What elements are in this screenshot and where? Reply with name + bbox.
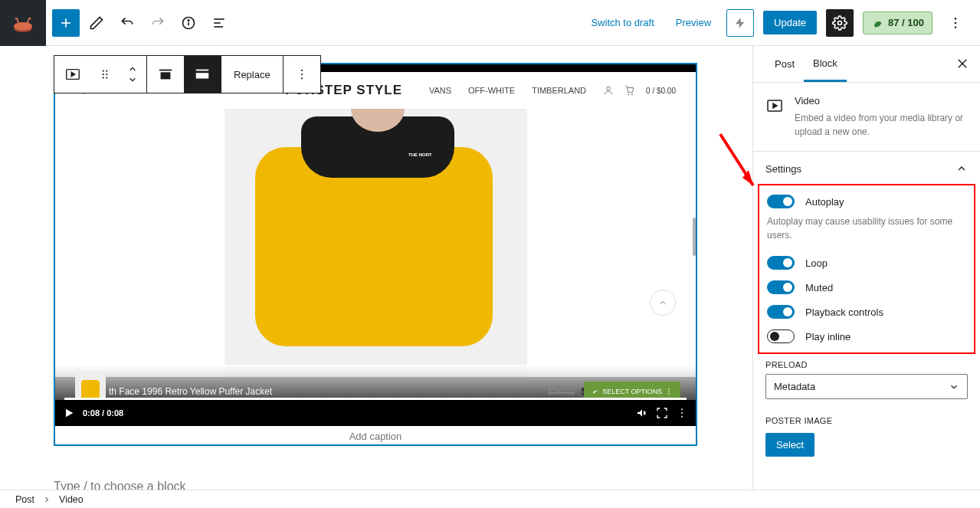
svg-point-29 [301,77,303,79]
svg-point-32 [607,87,611,90]
svg-rect-23 [162,73,170,78]
tab-post[interactable]: Post [765,48,804,80]
loop-label: Loop [805,257,828,269]
svg-point-10 [838,21,842,25]
close-sidebar-button[interactable] [955,57,969,70]
poster-image-label: POSTER IMAGE [765,416,968,425]
svg-point-17 [106,70,107,71]
nav-link: OFF-WHITE [468,86,515,95]
select-poster-button[interactable]: Select [765,433,814,457]
playback-controls-label: Playback controls [805,306,883,318]
update-button[interactable]: Update [763,11,817,34]
nav-link: TIMBERLAND [532,86,586,95]
svg-point-20 [103,77,104,78]
play-inline-toggle[interactable] [767,329,795,343]
editor-canvas[interactable]: Replace AIR JORDAN YEEZY AIR FORCE 1 [0,46,752,491]
settings-button[interactable] [826,9,854,37]
autoplay-label: Autoplay [805,196,844,208]
svg-point-1 [14,22,32,30]
seo-score-text: 87 / 100 [888,17,924,28]
block-toolbar: Replace [54,55,321,93]
muted-label: Muted [805,282,833,293]
video-block[interactable]: AIR JORDAN YEEZY AIR FORCE 1 FORSTEP STY… [54,63,697,446]
product-area: THE NORTH FACE [55,109,696,377]
svg-text:THE NORTH FACE: THE NORTH FACE [408,152,431,157]
brand-logo[interactable] [0,0,46,46]
seo-score-badge[interactable]: 87 / 100 [863,11,932,34]
player-more-icon[interactable] [676,407,688,419]
block-title: Video [795,95,968,107]
svg-point-35 [668,391,670,392]
svg-marker-37 [66,409,73,418]
block-type-button[interactable] [54,56,91,93]
more-options-button[interactable] [942,9,969,37]
breadcrumb: Post Video [0,490,980,508]
info-button[interactable] [175,9,202,37]
svg-point-34 [668,388,670,390]
preview-link[interactable]: Preview [670,12,717,33]
amp-button[interactable] [726,9,754,37]
fullscreen-icon[interactable] [656,407,668,419]
price-old: $290.00 [547,388,575,396]
chevron-down-icon [949,382,959,392]
autoplay-toggle[interactable] [767,195,795,208]
svg-point-16 [103,70,104,71]
scroll-indicator [693,218,696,256]
breadcrumb-video[interactable]: Video [59,494,84,505]
align-button[interactable] [147,56,184,93]
settings-panel-header[interactable]: Settings [753,152,980,185]
tab-block[interactable]: Block [804,47,847,82]
chevron-up-icon [955,162,968,175]
svg-marker-44 [773,103,777,108]
video-caption[interactable]: Add caption [55,426,696,444]
svg-marker-15 [71,72,75,77]
svg-point-21 [106,77,107,78]
edit-mode-button[interactable] [83,9,110,37]
svg-point-27 [301,70,303,71]
nav-link: VANS [429,86,451,95]
muted-toggle[interactable] [767,280,795,294]
outline-button[interactable] [205,9,233,37]
undo-button[interactable] [113,9,141,37]
loop-toggle[interactable] [767,256,795,270]
cart-icon [624,85,635,96]
svg-point-6 [188,19,189,21]
scroll-top-button [650,290,676,316]
svg-point-40 [681,416,683,418]
svg-point-36 [668,393,670,395]
time-display: 0:08 / 0:08 [83,408,123,418]
preload-select[interactable]: Metadata [765,374,968,399]
replace-button[interactable]: Replace [221,56,283,93]
cart-total: 0 / $0.00 [646,87,676,95]
svg-point-18 [103,74,104,75]
redo-button[interactable] [144,9,172,37]
product-title: th Face 1996 Retro Yellow Puffer Jacket [109,386,272,397]
drag-handle[interactable] [91,56,119,93]
svg-point-11 [955,17,957,19]
wide-align-button[interactable] [184,56,221,93]
svg-point-12 [955,21,957,24]
preload-label: PRELOAD [765,360,968,369]
svg-point-28 [301,74,303,75]
svg-point-38 [681,408,683,410]
volume-icon[interactable] [636,407,648,419]
breadcrumb-post[interactable]: Post [15,494,34,505]
block-more-button[interactable] [284,56,320,93]
play-inline-label: Play inline [805,331,851,342]
settings-sidebar: Post Block Video Embed a video from your… [752,46,980,491]
svg-rect-25 [196,73,209,78]
block-description: Embed a video from your media library or… [795,111,968,139]
add-block-button[interactable] [52,9,80,37]
chevron-right-icon [42,495,51,504]
svg-point-39 [681,412,683,414]
autoplay-help-text: Autoplay may cause usability issues for … [767,215,966,242]
playback-controls-toggle[interactable] [767,305,795,319]
switch-to-draft-link[interactable]: Switch to draft [585,12,660,33]
account-icon [603,85,614,96]
svg-point-13 [955,26,957,28]
video-icon [765,97,784,115]
move-block-button[interactable] [119,56,146,93]
play-icon[interactable] [63,407,75,419]
svg-point-19 [106,74,107,75]
